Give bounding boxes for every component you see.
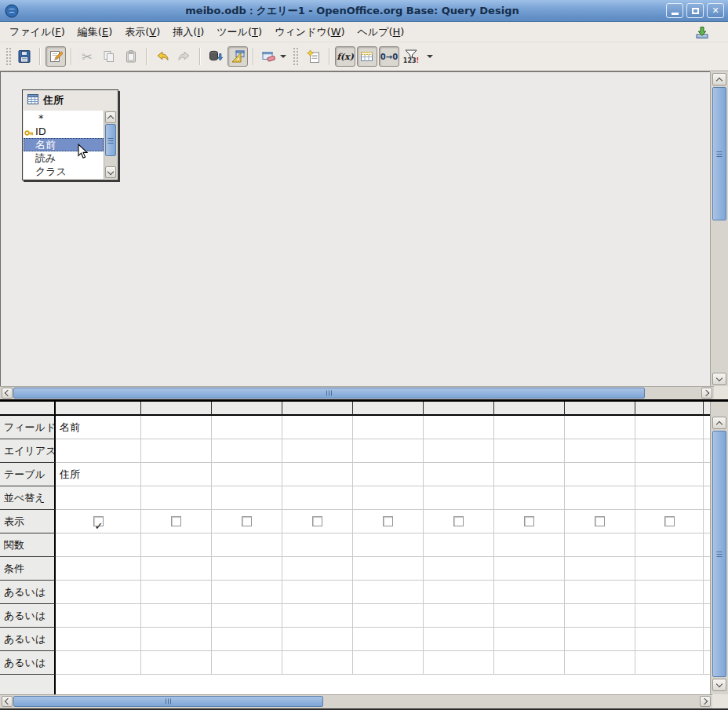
grid-cell-or3[interactable] (424, 628, 494, 651)
column-header-6[interactable] (424, 402, 494, 416)
field-list-header[interactable]: 住所 (23, 90, 118, 111)
scroll-right-button[interactable] (701, 388, 712, 399)
functions-button[interactable]: f(x) (335, 46, 355, 67)
show-checkbox[interactable] (453, 516, 464, 526)
field-list-scrollbar[interactable] (104, 111, 117, 179)
grid-cell-criterion[interactable] (141, 557, 212, 581)
scroll-down-button[interactable] (712, 679, 726, 691)
show-checkbox[interactable] (383, 516, 393, 526)
field-item-star[interactable]: * (24, 111, 104, 125)
grid-cell-sort[interactable] (565, 486, 635, 510)
toolbar-grip[interactable] (293, 47, 298, 66)
show-checkbox[interactable] (242, 516, 252, 526)
scrollbar-thumb[interactable] (105, 124, 116, 156)
grid-cell-or4[interactable] (494, 651, 565, 675)
grid-cell-or4[interactable] (56, 651, 141, 675)
grid-cell-or2[interactable] (424, 604, 494, 628)
grid-cell-or2[interactable] (212, 604, 282, 628)
grid-cell-or1[interactable] (282, 581, 353, 604)
grid-cell-or3[interactable] (635, 628, 704, 651)
show-checkbox[interactable] (93, 516, 104, 526)
scroll-up-button[interactable] (712, 417, 726, 429)
grid-cell-function[interactable] (635, 533, 704, 557)
show-checkbox[interactable] (595, 516, 605, 526)
column-header-2[interactable] (141, 402, 212, 416)
grid-cell-or3[interactable] (212, 628, 282, 651)
menu-item-edit[interactable]: 編集(E) (71, 22, 118, 42)
grid-cell-alias[interactable] (494, 439, 565, 463)
column-header-3[interactable] (212, 402, 282, 416)
grid-cell-function[interactable] (56, 533, 141, 557)
add-table-button[interactable] (304, 46, 324, 67)
grid-cell-criterion[interactable] (282, 557, 353, 581)
grid-cell-or1[interactable] (353, 581, 424, 604)
grid-cell-sort[interactable] (212, 486, 282, 510)
scrollbar-thumb[interactable] (13, 696, 323, 707)
grid-cell-or2[interactable] (353, 604, 424, 628)
openoffice-app-icon[interactable] (5, 4, 19, 18)
grid-cell-or3[interactable] (56, 628, 141, 651)
grid-cell-or4[interactable] (141, 651, 212, 675)
grid-cell-sort[interactable] (282, 486, 353, 510)
grid-cell-alias[interactable] (424, 439, 494, 463)
grid-cell-function[interactable] (282, 533, 353, 557)
grid-cell-criterion[interactable] (56, 557, 141, 581)
grid-cell-sort[interactable] (494, 486, 565, 510)
scroll-down-button[interactable] (105, 166, 116, 178)
grid-cell-field[interactable]: 名前 (56, 416, 141, 439)
grid-cell-or1[interactable] (635, 581, 704, 604)
grid-cell-or1[interactable] (565, 581, 635, 604)
grid-cell-or2[interactable] (56, 604, 141, 628)
grid-cell-field[interactable] (424, 416, 494, 439)
maximize-button[interactable] (686, 3, 704, 18)
minimize-button[interactable] (666, 3, 683, 18)
menu-item-window[interactable]: ウィンドウ(W) (268, 22, 351, 42)
show-checkbox[interactable] (312, 516, 322, 526)
grid-cell-function[interactable] (565, 533, 635, 557)
grid-cell-or2[interactable] (565, 604, 635, 628)
grid-cell-sort[interactable] (424, 486, 494, 510)
close-button[interactable]: ✕ (707, 3, 724, 18)
update-download-icon[interactable] (693, 24, 711, 40)
save-button[interactable] (14, 46, 35, 67)
menu-item-file[interactable]: ファイル(F) (3, 22, 71, 42)
grid-cell-table[interactable] (494, 463, 565, 486)
grid-cell-table[interactable] (565, 463, 635, 486)
distinct-values-button[interactable]: 123! (401, 46, 421, 67)
grid-cell-table[interactable] (424, 463, 494, 486)
grid-cell-criterion[interactable] (353, 557, 424, 581)
grid-cell-or4[interactable] (565, 651, 635, 675)
grid-cell-or1[interactable] (494, 581, 565, 604)
menu-item-tools[interactable]: ツール(T) (210, 22, 268, 42)
scrollbar-thumb[interactable] (712, 431, 726, 677)
grid-cell-table[interactable]: 住所 (56, 463, 141, 486)
menu-item-view[interactable]: 表示(V) (118, 22, 166, 42)
show-checkbox[interactable] (524, 516, 534, 526)
grid-cell-function[interactable] (141, 533, 212, 557)
grid-cell-field[interactable] (282, 416, 353, 439)
grid-cell-or1[interactable] (424, 581, 494, 604)
field-list-window[interactable]: 住所 *ID名前読みクラス (22, 89, 118, 180)
edit-button[interactable] (46, 46, 66, 67)
toolbar-overflow-dropdown[interactable] (425, 46, 435, 67)
column-header-8[interactable] (565, 402, 635, 416)
column-header-1[interactable] (56, 402, 141, 416)
grid-cell-function[interactable] (424, 533, 494, 557)
grid-cell-or3[interactable] (494, 628, 565, 651)
grid-cell-criterion[interactable] (565, 557, 635, 581)
grid-cell-criterion[interactable] (424, 557, 494, 581)
grid-cell-field[interactable] (635, 416, 704, 439)
grid-cell-criterion[interactable] (494, 557, 565, 581)
grid-cell-or4[interactable] (424, 651, 494, 675)
grid-cell-criterion[interactable] (212, 557, 282, 581)
grid-cell-sort[interactable] (635, 486, 704, 510)
grid-cell-or1[interactable] (212, 581, 282, 604)
grid-cell-or3[interactable] (353, 628, 424, 651)
grid-cell-function[interactable] (353, 533, 424, 557)
grid-cell-table[interactable] (212, 463, 282, 486)
grid-cell-or2[interactable] (282, 604, 353, 628)
design-panel-vertical-scrollbar[interactable] (710, 72, 728, 386)
grid-cell-alias[interactable] (56, 439, 141, 463)
grid-cell-sort[interactable] (141, 486, 212, 510)
grid-cell-or3[interactable] (282, 628, 353, 651)
